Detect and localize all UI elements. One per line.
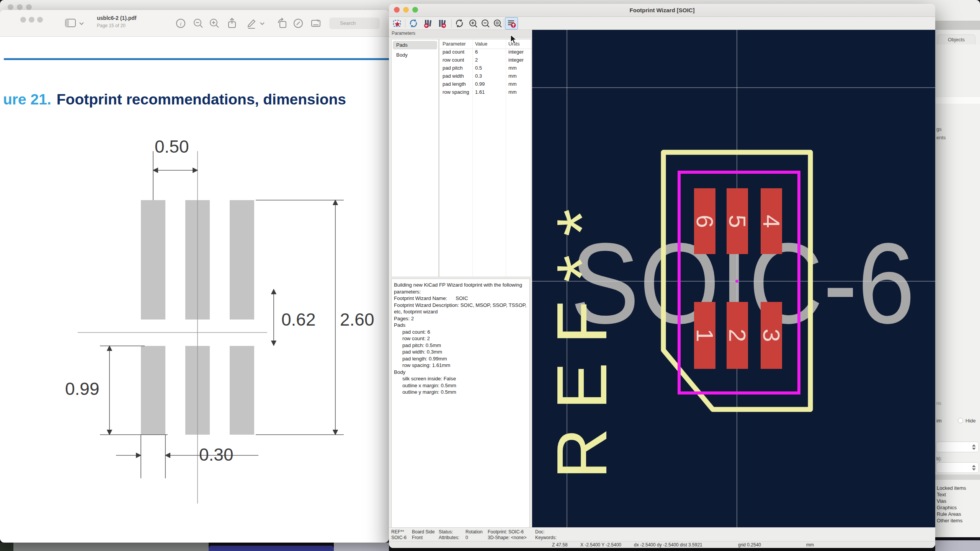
page-list-item-pads[interactable]: Pads (393, 41, 437, 49)
hide-radio[interactable] (958, 418, 963, 423)
form-fill-icon[interactable] (309, 17, 322, 30)
pad-number: 2 (724, 329, 751, 342)
selection-filter-item[interactable]: Rule Areas (937, 511, 961, 517)
parameter-table: Parameter Value Units pad count 6 intege… (439, 39, 531, 277)
table-row[interactable]: row spacing 1.61 mm (439, 89, 531, 97)
select-wizard-icon[interactable] (392, 18, 403, 29)
pad-number: 6 (691, 215, 718, 228)
table-row[interactable]: pad pitch 0.5 mm (439, 65, 531, 73)
mouse-cursor (510, 34, 518, 44)
field-rotation: 0 (466, 535, 468, 540)
column-header-value[interactable]: Value (475, 41, 487, 47)
pad-1[interactable]: 1 (694, 302, 715, 369)
chevron-up-down-icon (972, 465, 976, 471)
footprint-preview-canvas[interactable]: SOIC-6 REF** 6 5 4 1 2 3 (532, 30, 935, 527)
maximize-icon[interactable] (412, 7, 418, 13)
table-row[interactable]: pad width 0.3 mm (439, 73, 531, 81)
export-footprint-button[interactable] (505, 17, 518, 29)
close-icon[interactable] (20, 17, 26, 23)
drawing-pad (230, 200, 254, 320)
window-title: Footprint Wizard [SOIC] (389, 4, 935, 16)
pad-number: 1 (691, 329, 718, 342)
viewport-dropdown[interactable] (936, 462, 979, 473)
footprint-wizard-window: Footprint Wizard [SOIC] (389, 4, 935, 548)
wizard-message-log: Building new KiCad FP Wizard footprint w… (391, 279, 530, 530)
dim-option-fragment: im (936, 418, 942, 424)
preset-dropdown[interactable] (936, 442, 979, 452)
info-icon[interactable]: i (174, 17, 187, 30)
field-board-side: Front (412, 535, 423, 540)
close-icon[interactable] (394, 7, 400, 13)
highlight-pen-icon[interactable] (292, 17, 305, 30)
maximize-icon[interactable] (37, 17, 43, 23)
search-input[interactable]: Search (329, 18, 380, 29)
pad-2[interactable]: 2 (727, 302, 748, 369)
minimize-icon[interactable] (29, 17, 34, 23)
cell-parameter: pad pitch (443, 65, 463, 71)
status-cursor-xy: X -2.5400 Y -2.5400 (580, 542, 621, 548)
cell-value[interactable]: 2 (475, 57, 478, 63)
status-bar: Z 47.58 X -2.5400 Y -2.5400 dx -2.5400 d… (389, 541, 935, 548)
field-board-side-label: Board Side (412, 529, 434, 535)
svg-text:i: i (180, 21, 181, 27)
cell-value[interactable]: 0.99 (475, 81, 485, 87)
layer-row-selected[interactable] (935, 97, 980, 104)
zoom-out-icon[interactable] (480, 18, 491, 29)
field-doc-label: Doc: (535, 529, 545, 535)
previous-parameters-page-icon[interactable] (423, 18, 433, 29)
cell-parameter: row count (443, 57, 464, 63)
cell-value[interactable]: 1.61 (475, 89, 485, 95)
pdf-file-title: usblc6-2 (1).pdf (97, 15, 136, 21)
status-zoom: Z 47.58 (552, 542, 568, 548)
selection-filter-item[interactable]: Locked items (937, 485, 966, 491)
selection-filter-item[interactable]: Graphics (937, 505, 957, 510)
table-row[interactable]: row count 2 integer (439, 57, 531, 65)
selection-filter-item[interactable]: Text (937, 492, 946, 497)
bottom-strip-right (935, 540, 980, 551)
column-header-parameter[interactable]: Parameter (443, 41, 466, 47)
zoom-to-fit-icon[interactable] (492, 18, 503, 29)
rotate-icon[interactable] (276, 17, 289, 30)
status-delta: dx -2.5400 dy -2.5400 dist 3.5921 (634, 542, 702, 548)
pad-3[interactable]: 3 (761, 302, 782, 369)
tab-objects[interactable]: Objects (937, 34, 975, 45)
zoom-in-icon[interactable] (468, 18, 479, 29)
pad-5[interactable]: 5 (727, 188, 748, 254)
zoom-in-icon[interactable] (208, 17, 221, 30)
dim-label-pad-width: 0.30 (199, 444, 234, 465)
table-row[interactable]: pad length 0.99 mm (439, 81, 531, 89)
pdf-preview-window: usblc6-2 (1).pdf Page 15 of 20 i Search (0, 10, 389, 543)
toolbar-separator (503, 19, 503, 28)
pad-6[interactable]: 6 (694, 188, 715, 254)
minimize-icon[interactable] (403, 7, 409, 13)
pad-4[interactable]: 4 (761, 188, 782, 254)
figure-number: ure 21. (3, 91, 51, 108)
selection-filter-item[interactable]: Vias (937, 498, 946, 504)
share-icon[interactable] (225, 17, 238, 30)
cell-value[interactable]: 6 (475, 49, 478, 55)
field-keywords-label: Keywords: (535, 535, 557, 540)
field-attributes-label: Attributes: (439, 535, 459, 540)
cell-parameter: row spacing (443, 89, 469, 95)
minimize-icon[interactable] (17, 4, 23, 10)
wizard-toolbar (389, 17, 935, 30)
redraw-view-icon[interactable] (454, 18, 465, 29)
next-parameters-page-icon[interactable] (437, 18, 448, 29)
cell-value[interactable]: 0.5 (475, 65, 482, 71)
chevron-down-icon[interactable] (78, 17, 85, 30)
bottom-strip-lavender (334, 543, 389, 551)
selection-filter-item[interactable]: Other items (937, 518, 962, 523)
pdf-toolbar: usblc6-2 (1).pdf Page 15 of 20 i Search (0, 10, 389, 37)
sidebar-toggle-icon[interactable] (64, 17, 77, 30)
dim-label-pad-length: 0.99 (65, 378, 100, 399)
close-icon[interactable] (8, 4, 13, 10)
table-row[interactable]: pad count 6 integer (439, 49, 531, 57)
maximize-icon[interactable] (26, 4, 32, 10)
update-footprint-icon[interactable] (408, 18, 419, 29)
chevron-down-icon[interactable] (259, 17, 265, 30)
page-list-item-body[interactable]: Body (393, 51, 437, 59)
cell-value[interactable]: 0.3 (475, 73, 482, 79)
markup-pencil-icon[interactable] (245, 17, 258, 30)
status-units: mm (806, 542, 814, 548)
zoom-out-icon[interactable] (192, 17, 205, 30)
